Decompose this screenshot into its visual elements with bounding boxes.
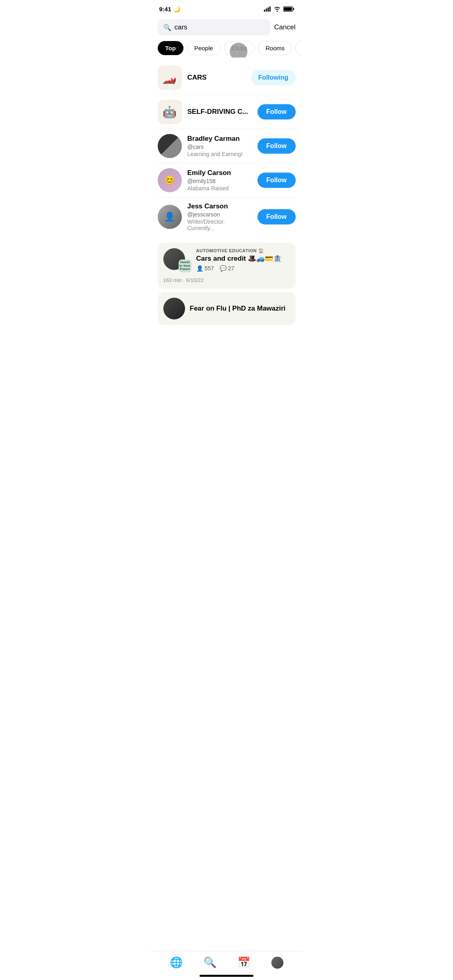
room-card-fearflu[interactable]: Fear on Flu | PhD za Mawaziri <box>158 292 296 325</box>
tab-rooms[interactable]: Rooms <box>258 41 292 55</box>
club-name-cars: CARS <box>187 74 245 82</box>
room-speakers: 💬 27 <box>220 265 235 272</box>
list-item: 🤖 SELF-DRIVING C... Follow <box>158 95 296 129</box>
tab-events[interactable]: Events <box>295 41 302 55</box>
club-info-cars: CARS <box>187 74 245 82</box>
club-icon-cars: 🏎️ <box>158 66 182 90</box>
follow-button-jess[interactable]: Follow <box>257 209 296 224</box>
follow-button-emily[interactable]: Follow <box>257 173 296 188</box>
person-name-bradley: Bradley Carman <box>187 135 252 143</box>
room-title-2: Fear on Flu | PhD za Mawaziri <box>190 305 286 313</box>
club-icon-selfdriving: 🤖 <box>158 100 182 124</box>
person-bio-emily: Alabama Raised <box>187 185 252 191</box>
status-time: 9:41 🌙 <box>159 6 181 13</box>
room-avatars: Invest In Your Future <box>163 248 191 272</box>
invest-label: Invest In Your Future <box>179 261 191 271</box>
results-list: 🏎️ CARS Following 🤖 SELF-DRIVING C... Fo… <box>151 58 302 239</box>
svg-rect-1 <box>266 8 267 12</box>
avatar-jess: 👤 <box>158 205 182 229</box>
search-bar[interactable]: 🔍 cars <box>158 19 270 35</box>
tab-people[interactable]: People <box>187 41 221 55</box>
room-card-header: Invest In Your Future AUTOMOTIVE EDUCATI… <box>163 248 290 272</box>
avatar-bradley <box>158 134 182 158</box>
room-stats: 👤 557 💬 27 <box>196 265 290 272</box>
person-handle-emily: @emily158 <box>187 178 252 184</box>
person-info-emily: Emily Carson @emily158 Alabama Raised <box>187 169 252 191</box>
person-handle-jess: @jesscarson <box>187 211 252 218</box>
person-handle-bradley: @cars <box>187 144 252 150</box>
list-item: 🏎️ CARS Following <box>158 61 296 95</box>
svg-rect-3 <box>269 6 270 12</box>
room-time: 163 min · 6/10/22 <box>163 277 290 283</box>
room-category: AUTOMOTIVE EDUCATION 🏠 <box>196 248 290 253</box>
person-name-jess: Jess Carson <box>187 202 252 210</box>
room-title: Cars and credit 🎩🚙💳🏦 <box>196 254 290 263</box>
club-info-selfdriving: SELF-DRIVING C... <box>187 108 252 116</box>
person-bio-jess: Writer/Director. Currently... <box>187 218 252 231</box>
person-info-bradley: Bradley Carman @cars Learning and Earnin… <box>187 135 252 157</box>
following-button-cars[interactable]: Following <box>251 70 296 85</box>
club-name-selfdriving: SELF-DRIVING C... <box>187 108 252 116</box>
follow-button-selfdriving[interactable]: Follow <box>257 104 296 119</box>
cancel-button[interactable]: Cancel <box>274 23 296 31</box>
moon-icon: 🌙 <box>173 6 181 12</box>
list-item: 👤 Jess Carson @jesscarson Writer/Directo… <box>158 198 296 236</box>
person-name-emily: Emily Carson <box>187 169 252 177</box>
listeners-count: 557 <box>205 265 214 272</box>
room-card-automotive[interactable]: Invest In Your Future AUTOMOTIVE EDUCATI… <box>158 243 296 289</box>
search-icon: 🔍 <box>163 24 171 31</box>
avatar-emily: 😊 <box>158 168 182 192</box>
svg-rect-5 <box>293 8 294 10</box>
list-item: 😊 Emily Carson @emily158 Alabama Raised … <box>158 163 296 198</box>
speakers-count: 27 <box>228 265 235 272</box>
tab-overlay-circle <box>230 43 247 58</box>
wifi-icon <box>274 6 281 13</box>
avatar-room2 <box>163 298 185 319</box>
status-bar: 9:41 🌙 <box>151 0 302 16</box>
person-bio-bradley: Learning and Earning! <box>187 151 252 157</box>
battery-icon <box>283 6 294 13</box>
svg-rect-6 <box>284 7 292 10</box>
room-info: AUTOMOTIVE EDUCATION 🏠 Cars and credit 🎩… <box>196 248 290 272</box>
speakers-icon: 💬 <box>220 265 226 272</box>
listeners-icon: 👤 <box>196 265 203 272</box>
search-query[interactable]: cars <box>175 23 187 31</box>
person-info-jess: Jess Carson @jesscarson Writer/Director.… <box>187 202 252 231</box>
status-icons <box>264 6 294 13</box>
list-item: Bradley Carman @cars Learning and Earnin… <box>158 129 296 163</box>
tabs-container: Top People Clubs Rooms Events <box>151 39 302 58</box>
svg-rect-0 <box>264 10 265 12</box>
svg-rect-2 <box>268 7 269 12</box>
tab-top[interactable]: Top <box>158 41 183 55</box>
room-listeners: 👤 557 <box>196 265 214 272</box>
signal-icon <box>264 6 271 13</box>
avatar-room-guest: Invest In Your Future <box>179 259 191 272</box>
search-container: 🔍 cars Cancel <box>151 16 302 39</box>
follow-button-bradley[interactable]: Follow <box>257 138 296 154</box>
